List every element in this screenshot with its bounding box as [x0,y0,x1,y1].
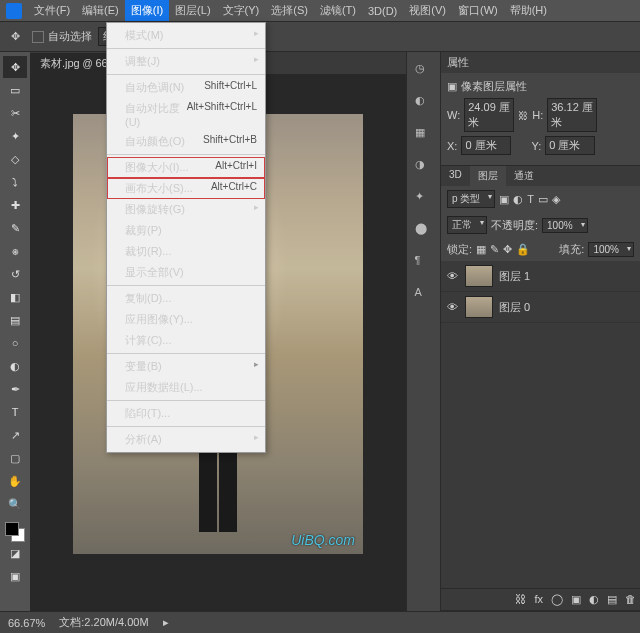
info-icon[interactable]: ¶ [415,254,433,272]
history-icon[interactable]: ◷ [415,62,433,80]
styles-icon[interactable]: ✦ [415,190,433,208]
menu-edit[interactable]: 编辑(E) [76,0,125,21]
link-icon[interactable]: ⛓ [518,110,528,121]
link-layers-icon[interactable]: ⛓ [515,593,526,606]
menu-help[interactable]: 帮助(H) [504,0,553,21]
height-label: H: [532,109,543,121]
layer-style-icon[interactable]: fx [534,593,543,606]
status-doc: 文档:2.20M/4.00M [59,615,148,630]
menu-layer[interactable]: 图层(L) [169,0,216,21]
brushes-icon[interactable]: ⬤ [415,222,433,240]
layer-kind-dropdown[interactable]: p 类型 [447,190,495,208]
lock-pos-icon[interactable]: ✥ [503,243,512,256]
pen-tool[interactable]: ✒ [3,378,27,400]
filter-adj-icon[interactable]: ◐ [513,193,523,206]
layer-name: 图层 1 [499,269,530,284]
layer-mask-icon[interactable]: ◯ [551,593,563,606]
menu-item[interactable]: 图像旋转(G) [107,199,265,220]
visibility-icon[interactable]: 👁 [447,301,459,313]
hand-tool[interactable]: ✋ [3,470,27,492]
move-tool[interactable]: ✥ [3,56,27,78]
menu-image[interactable]: 图像(I) [125,0,169,21]
fill-field[interactable]: 100% [588,242,634,257]
new-group-icon[interactable]: ▣ [571,593,581,606]
type-tool[interactable]: T [3,401,27,423]
menu-item[interactable]: 自动颜色(O)Shift+Ctrl+B [107,131,265,152]
layer-row[interactable]: 👁图层 1 [441,261,640,292]
menu-window[interactable]: 窗口(W) [452,0,504,21]
layer-row[interactable]: 👁图层 0 [441,292,640,323]
stamp-tool[interactable]: ⎈ [3,240,27,262]
menu-type[interactable]: 文字(Y) [217,0,266,21]
filter-pixel-icon[interactable]: ▣ [499,193,509,206]
properties-subtitle: 像素图层属性 [461,79,527,94]
quickmask-toggle[interactable]: ◪ [3,542,27,564]
panel-column: 属性 ▣像素图层属性 W: 24.09 厘米 ⛓ H: 36.12 厘米 X: … [440,52,640,611]
eraser-tool[interactable]: ◧ [3,286,27,308]
screenmode-toggle[interactable]: ▣ [3,565,27,587]
dodge-tool[interactable]: ◐ [3,355,27,377]
filter-type-icon[interactable]: T [527,193,534,205]
wand-tool[interactable]: ✦ [3,125,27,147]
shape-tool[interactable]: ▢ [3,447,27,469]
marquee-tool[interactable]: ▭ [3,79,27,101]
width-field[interactable]: 24.09 厘米 [464,98,514,132]
auto-select-checkbox[interactable] [32,31,44,43]
menu-item[interactable]: 裁切(R)... [107,241,265,262]
layers-panel: 3D 图层 通道 p 类型 ▣ ◐ T ▭ ◈ 正常 不透明度: 100% 锁定… [441,166,640,611]
filter-shape-icon[interactable]: ▭ [538,193,548,206]
menu-item[interactable]: 显示全部(V) [107,262,265,283]
lock-paint-icon[interactable]: ✎ [490,243,499,256]
menu-item[interactable]: 应用图像(Y)... [107,309,265,330]
blend-mode-dropdown[interactable]: 正常 [447,216,487,234]
app-logo [6,3,22,19]
char-icon[interactable]: A [415,286,433,304]
menu-filter[interactable]: 滤镜(T) [314,0,362,21]
menu-item: 变量(B) [107,356,265,377]
eyedropper-tool[interactable]: ⤵ [3,171,27,193]
x-field[interactable]: 0 厘米 [461,136,511,155]
menu-item[interactable]: 计算(C)... [107,330,265,351]
swatches-icon[interactable]: ▦ [415,126,433,144]
brush-tool[interactable]: ✎ [3,217,27,239]
new-adj-icon[interactable]: ◐ [589,593,599,606]
blur-tool[interactable]: ○ [3,332,27,354]
height-field[interactable]: 36.12 厘米 [547,98,597,132]
filter-smart-icon[interactable]: ◈ [552,193,560,206]
color-icon[interactable]: ◐ [415,94,433,112]
menu-item[interactable]: 复制(D)... [107,288,265,309]
opacity-field[interactable]: 100% [542,218,588,233]
menu-file[interactable]: 文件(F) [28,0,76,21]
menu-3d[interactable]: 3D(D) [362,2,403,20]
lasso-tool[interactable]: ✂ [3,102,27,124]
menu-item[interactable]: 自动对比度(U)Alt+Shift+Ctrl+L [107,98,265,131]
tab-layers[interactable]: 图层 [470,166,506,186]
menu-item[interactable]: 调整(J) [107,51,265,72]
color-swatch[interactable] [5,522,25,542]
crop-tool[interactable]: ◇ [3,148,27,170]
status-bar: 66.67% 文档:2.20M/4.00M ▸ [0,611,640,633]
menu-view[interactable]: 视图(V) [403,0,452,21]
menu-item[interactable]: 自动色调(N)Shift+Ctrl+L [107,77,265,98]
visibility-icon[interactable]: 👁 [447,270,459,282]
tab-channels[interactable]: 通道 [506,166,542,186]
gradient-tool[interactable]: ▤ [3,309,27,331]
status-arrow-icon[interactable]: ▸ [163,616,169,629]
menu-select[interactable]: 选择(S) [265,0,314,21]
adjustments-icon[interactable]: ◑ [415,158,433,176]
menu-item[interactable]: 模式(M) [107,25,265,46]
status-zoom[interactable]: 66.67% [8,617,45,629]
lock-all-icon[interactable]: 🔒 [516,243,530,256]
zoom-tool[interactable]: 🔍 [3,493,27,515]
path-tool[interactable]: ↗ [3,424,27,446]
new-layer-icon[interactable]: ▤ [607,593,617,606]
y-field[interactable]: 0 厘米 [545,136,595,155]
menu-item[interactable]: 画布大小(S)...Alt+Ctrl+C [107,178,265,199]
delete-layer-icon[interactable]: 🗑 [625,593,636,606]
history-brush-tool[interactable]: ↺ [3,263,27,285]
menu-item[interactable]: 图像大小(I)...Alt+Ctrl+I [107,157,265,178]
lock-trans-icon[interactable]: ▦ [476,243,486,256]
heal-tool[interactable]: ✚ [3,194,27,216]
menu-item[interactable]: 分析(A) [107,429,265,450]
tab-3d[interactable]: 3D [441,166,470,186]
